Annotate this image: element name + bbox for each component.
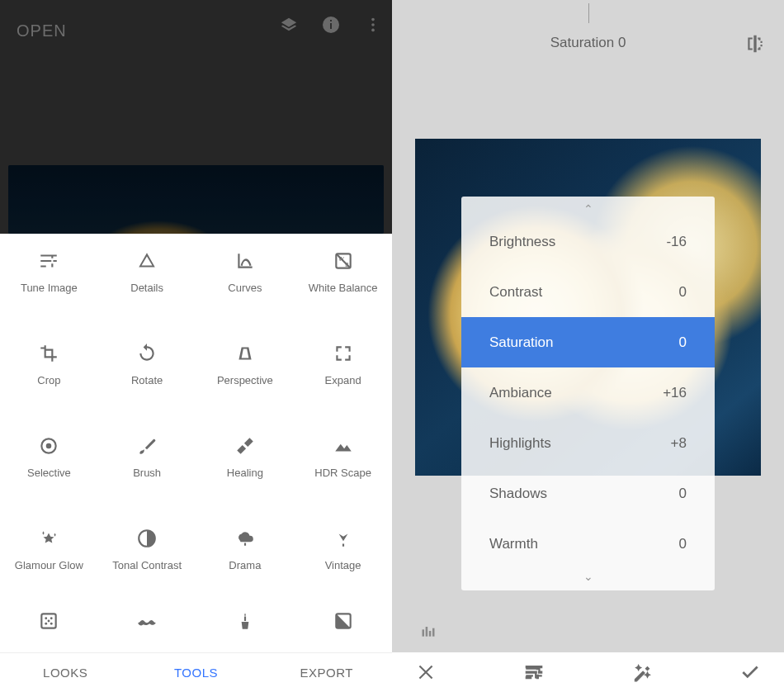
- svg-rect-22: [432, 628, 435, 637]
- tool-crop[interactable]: Crop: [0, 326, 98, 419]
- tool-label: Expand: [325, 374, 361, 387]
- param-name: Contrast: [489, 284, 542, 301]
- edit-action-bar: [392, 652, 784, 692]
- expand-icon: [331, 341, 356, 366]
- param-value: 0: [679, 284, 687, 301]
- tool-label: Rotate: [131, 374, 163, 387]
- param-value: -16: [666, 234, 687, 250]
- tool-label: HDR Scape: [314, 467, 371, 480]
- tool-brush[interactable]: Brush: [98, 419, 196, 511]
- adjust-sliders-button[interactable]: [515, 653, 553, 691]
- vintage-icon: [331, 526, 356, 551]
- tool-drama[interactable]: Drama: [196, 511, 295, 604]
- slider-center-tick: [588, 3, 589, 23]
- histogram-button[interactable]: [418, 623, 438, 642]
- svg-point-15: [45, 623, 48, 625]
- param-value: +8: [671, 435, 687, 452]
- param-row-warmth[interactable]: Warmth 0: [461, 519, 715, 569]
- param-row-highlights[interactable]: Highlights +8: [461, 418, 715, 468]
- tool-label: Tune Image: [21, 282, 78, 295]
- tool-label: Crop: [37, 374, 60, 387]
- tool-curves[interactable]: Curves: [196, 234, 295, 326]
- svg-point-3: [371, 18, 375, 21]
- svg-point-10: [46, 443, 52, 449]
- param-row-shadows[interactable]: Shadows 0: [461, 468, 715, 519]
- svg-text:B: B: [345, 262, 348, 268]
- white-balance-icon: WB: [331, 249, 356, 273]
- tool-healing[interactable]: Healing: [196, 419, 295, 511]
- svg-rect-19: [423, 629, 425, 636]
- tool-retrolux[interactable]: [98, 604, 196, 652]
- svg-point-14: [50, 617, 53, 619]
- tab-tools[interactable]: TOOLS: [130, 653, 261, 692]
- tool-tonal-contrast[interactable]: Tonal Contrast: [98, 511, 196, 604]
- tab-looks[interactable]: LOOKS: [0, 653, 130, 692]
- tonal-contrast-icon: [135, 526, 159, 551]
- tool-rotate[interactable]: Rotate: [98, 326, 196, 419]
- chevron-down-icon: ⌄: [461, 569, 715, 584]
- open-button[interactable]: OPEN: [17, 21, 67, 40]
- param-name: Highlights: [489, 435, 551, 452]
- tool-label: Curves: [228, 282, 262, 295]
- perspective-icon: [233, 341, 257, 366]
- bottom-tabs: LOOKS TOOLS EXPORT: [0, 652, 392, 692]
- tune-icon: [36, 249, 61, 273]
- tool-glamour-glow[interactable]: Glamour Glow: [0, 511, 98, 604]
- param-row-ambiance[interactable]: Ambiance +16: [461, 367, 715, 418]
- rotate-icon: [135, 341, 159, 366]
- param-row-brightness[interactable]: Brightness -16: [461, 216, 715, 267]
- tool-selective[interactable]: Selective: [0, 419, 98, 511]
- tool-label: Drama: [229, 559, 261, 572]
- tool-label: Glamour Glow: [15, 559, 83, 572]
- image-preview-thumb: [8, 165, 384, 234]
- current-parameter-label: Saturation 0: [392, 35, 784, 51]
- svg-point-17: [48, 620, 50, 623]
- svg-point-13: [45, 617, 48, 619]
- tool-hdr-scape[interactable]: HDR Scape: [294, 419, 392, 511]
- parameter-picker[interactable]: ⌃ Brightness -16 Contrast 0 Saturation 0…: [461, 197, 715, 590]
- tab-export[interactable]: EXPORT: [262, 653, 392, 692]
- tool-label: Brush: [133, 467, 161, 480]
- svg-point-16: [50, 623, 53, 625]
- tool-label: Selective: [27, 467, 71, 480]
- param-value: 0: [679, 334, 687, 351]
- brush-icon: [135, 434, 159, 458]
- param-name: Ambiance: [489, 385, 552, 401]
- tool-grainy-film[interactable]: [0, 604, 98, 652]
- param-name: Shadows: [489, 486, 547, 502]
- crop-icon: [36, 341, 61, 366]
- tool-grunge[interactable]: [196, 604, 295, 652]
- tools-panel: Tune Image Details Curves WB White Balan…: [0, 234, 392, 652]
- param-row-saturation[interactable]: Saturation 0: [461, 317, 715, 367]
- tool-black-white[interactable]: [294, 604, 392, 652]
- tool-white-balance[interactable]: WB White Balance: [294, 234, 392, 326]
- overflow-menu-icon[interactable]: [364, 16, 382, 37]
- cancel-button[interactable]: [407, 653, 445, 691]
- svg-point-4: [371, 23, 375, 26]
- guitar-icon: [233, 609, 257, 633]
- bw-icon: [331, 609, 356, 633]
- svg-point-5: [371, 29, 375, 32]
- compare-button[interactable]: [741, 30, 769, 58]
- grainy-film-icon: [36, 609, 61, 633]
- healing-icon: [233, 434, 257, 458]
- param-row-contrast[interactable]: Contrast 0: [461, 267, 715, 317]
- tool-perspective[interactable]: Perspective: [196, 326, 295, 419]
- tool-label: Tonal Contrast: [112, 559, 182, 572]
- tool-expand[interactable]: Expand: [294, 326, 392, 419]
- tool-label: Details: [130, 282, 163, 295]
- mustache-icon: [135, 609, 159, 633]
- param-value: 0: [679, 486, 687, 502]
- svg-text:W: W: [338, 256, 344, 262]
- param-name: Brightness: [489, 234, 555, 250]
- tool-vintage[interactable]: Vintage: [294, 511, 392, 604]
- drama-icon: [233, 526, 257, 551]
- svg-rect-20: [426, 627, 428, 637]
- layers-icon[interactable]: [280, 16, 298, 37]
- tool-tune-image[interactable]: Tune Image: [0, 234, 98, 326]
- auto-fix-button[interactable]: [623, 653, 661, 691]
- info-icon[interactable]: [321, 15, 341, 38]
- tool-details[interactable]: Details: [98, 234, 196, 326]
- apply-button[interactable]: [731, 653, 769, 691]
- tool-label: Healing: [227, 467, 263, 480]
